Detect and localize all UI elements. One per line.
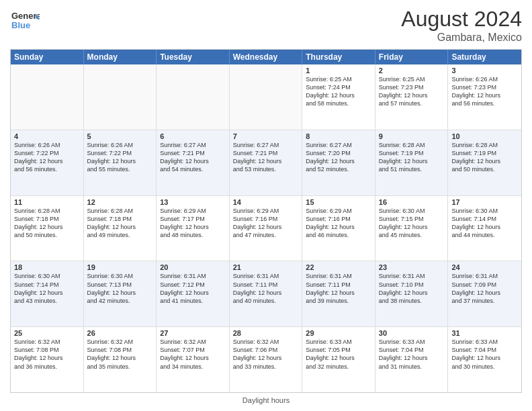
cell-text: Sunrise: 6:26 AM Sunset: 7:22 PM Dayligh… bbox=[14, 141, 80, 174]
cell-text: Sunrise: 6:33 AM Sunset: 7:05 PM Dayligh… bbox=[306, 338, 371, 371]
cell-text: Sunrise: 6:30 AM Sunset: 7:13 PM Dayligh… bbox=[87, 272, 153, 305]
day-number: 9 bbox=[379, 132, 445, 140]
cal-cell: 4Sunrise: 6:26 AM Sunset: 7:22 PM Daylig… bbox=[11, 130, 84, 195]
cell-text: Sunrise: 6:30 AM Sunset: 7:14 PM Dayligh… bbox=[451, 207, 518, 240]
day-number: 11 bbox=[14, 198, 80, 206]
day-number: 30 bbox=[379, 329, 445, 337]
calendar-row-3: 11Sunrise: 6:28 AM Sunset: 7:18 PM Dayli… bbox=[11, 196, 521, 262]
cell-text: Sunrise: 6:30 AM Sunset: 7:15 PM Dayligh… bbox=[379, 207, 445, 240]
svg-text:General: General bbox=[11, 11, 40, 21]
cal-cell bbox=[157, 64, 230, 130]
cell-text: Sunrise: 6:32 AM Sunset: 7:07 PM Dayligh… bbox=[160, 338, 226, 371]
logo-svg: General Blue bbox=[10, 7, 40, 36]
cal-cell: 27Sunrise: 6:32 AM Sunset: 7:07 PM Dayli… bbox=[157, 327, 230, 392]
cell-text: Sunrise: 6:28 AM Sunset: 7:19 PM Dayligh… bbox=[451, 141, 518, 174]
day-number: 14 bbox=[233, 198, 299, 206]
cell-text: Sunrise: 6:31 AM Sunset: 7:10 PM Dayligh… bbox=[379, 272, 445, 305]
calendar-row-5: 25Sunrise: 6:32 AM Sunset: 7:08 PM Dayli… bbox=[11, 327, 521, 392]
day-number: 28 bbox=[233, 329, 299, 337]
calendar-header: SundayMondayTuesdayWednesdayThursdayFrid… bbox=[11, 50, 521, 64]
cal-cell: 6Sunrise: 6:27 AM Sunset: 7:21 PM Daylig… bbox=[157, 130, 230, 195]
cell-text: Sunrise: 6:31 AM Sunset: 7:12 PM Dayligh… bbox=[160, 272, 226, 305]
day-number: 26 bbox=[87, 329, 153, 337]
cell-text: Sunrise: 6:32 AM Sunset: 7:08 PM Dayligh… bbox=[14, 338, 80, 371]
cell-text: Sunrise: 6:33 AM Sunset: 7:04 PM Dayligh… bbox=[379, 338, 445, 371]
cal-cell: 2Sunrise: 6:25 AM Sunset: 7:23 PM Daylig… bbox=[375, 64, 449, 130]
day-number: 31 bbox=[451, 329, 518, 337]
calendar-row-1: 1Sunrise: 6:25 AM Sunset: 7:24 PM Daylig… bbox=[11, 64, 521, 130]
cell-text: Sunrise: 6:32 AM Sunset: 7:08 PM Dayligh… bbox=[87, 338, 153, 371]
calendar-body: 1Sunrise: 6:25 AM Sunset: 7:24 PM Daylig… bbox=[11, 64, 521, 392]
day-number: 27 bbox=[160, 329, 226, 337]
cal-cell: 5Sunrise: 6:26 AM Sunset: 7:22 PM Daylig… bbox=[84, 130, 157, 195]
cell-text: Sunrise: 6:28 AM Sunset: 7:18 PM Dayligh… bbox=[14, 207, 80, 240]
day-number: 4 bbox=[14, 132, 80, 140]
cal-cell: 31Sunrise: 6:33 AM Sunset: 7:04 PM Dayli… bbox=[448, 327, 521, 392]
cal-cell: 18Sunrise: 6:30 AM Sunset: 7:14 PM Dayli… bbox=[11, 261, 84, 326]
day-number: 23 bbox=[379, 263, 445, 271]
cal-cell: 25Sunrise: 6:32 AM Sunset: 7:08 PM Dayli… bbox=[11, 327, 84, 392]
cal-cell: 8Sunrise: 6:27 AM Sunset: 7:20 PM Daylig… bbox=[302, 130, 375, 195]
day-number: 13 bbox=[160, 198, 226, 206]
cell-text: Sunrise: 6:27 AM Sunset: 7:21 PM Dayligh… bbox=[233, 141, 299, 174]
cal-cell: 22Sunrise: 6:31 AM Sunset: 7:11 PM Dayli… bbox=[302, 261, 375, 326]
cell-text: Sunrise: 6:26 AM Sunset: 7:22 PM Dayligh… bbox=[87, 141, 153, 174]
cell-text: Sunrise: 6:25 AM Sunset: 7:24 PM Dayligh… bbox=[306, 75, 371, 108]
day-number: 2 bbox=[379, 66, 445, 75]
day-number: 1 bbox=[306, 66, 371, 75]
cell-text: Sunrise: 6:29 AM Sunset: 7:16 PM Dayligh… bbox=[306, 207, 371, 240]
header-day-tuesday: Tuesday bbox=[157, 50, 230, 64]
cal-cell: 28Sunrise: 6:32 AM Sunset: 7:06 PM Dayli… bbox=[230, 327, 303, 392]
header-day-thursday: Thursday bbox=[302, 50, 375, 64]
day-number: 19 bbox=[87, 263, 153, 271]
day-number: 10 bbox=[451, 132, 518, 140]
title-block: August 2024 Gambara, Mexico bbox=[401, 7, 522, 44]
cal-cell: 3Sunrise: 6:26 AM Sunset: 7:23 PM Daylig… bbox=[448, 64, 521, 130]
day-number: 29 bbox=[306, 329, 371, 337]
day-number: 15 bbox=[306, 198, 371, 206]
header-day-monday: Monday bbox=[84, 50, 157, 64]
main-title: August 2024 bbox=[401, 7, 522, 32]
day-number: 21 bbox=[233, 263, 299, 271]
cal-cell: 11Sunrise: 6:28 AM Sunset: 7:18 PM Dayli… bbox=[11, 196, 84, 261]
cal-cell: 21Sunrise: 6:31 AM Sunset: 7:11 PM Dayli… bbox=[230, 261, 303, 326]
cal-cell: 7Sunrise: 6:27 AM Sunset: 7:21 PM Daylig… bbox=[230, 130, 303, 195]
cell-text: Sunrise: 6:26 AM Sunset: 7:23 PM Dayligh… bbox=[451, 75, 518, 108]
header-day-saturday: Saturday bbox=[448, 50, 521, 64]
calendar: SundayMondayTuesdayWednesdayThursdayFrid… bbox=[10, 49, 522, 393]
page: General Blue August 2024 Gambara, Mexico… bbox=[0, 0, 532, 411]
cell-text: Sunrise: 6:29 AM Sunset: 7:16 PM Dayligh… bbox=[233, 207, 299, 240]
day-number: 17 bbox=[451, 198, 518, 206]
cell-text: Sunrise: 6:27 AM Sunset: 7:20 PM Dayligh… bbox=[306, 141, 371, 174]
cal-cell: 12Sunrise: 6:28 AM Sunset: 7:18 PM Dayli… bbox=[84, 196, 157, 261]
cal-cell: 20Sunrise: 6:31 AM Sunset: 7:12 PM Dayli… bbox=[157, 261, 230, 326]
cell-text: Sunrise: 6:28 AM Sunset: 7:19 PM Dayligh… bbox=[379, 141, 445, 174]
calendar-row-2: 4Sunrise: 6:26 AM Sunset: 7:22 PM Daylig… bbox=[11, 130, 521, 196]
cell-text: Sunrise: 6:30 AM Sunset: 7:14 PM Dayligh… bbox=[14, 272, 80, 305]
day-number: 25 bbox=[14, 329, 80, 337]
cell-text: Sunrise: 6:33 AM Sunset: 7:04 PM Dayligh… bbox=[451, 338, 518, 371]
day-number: 8 bbox=[306, 132, 371, 140]
day-number: 12 bbox=[87, 198, 153, 206]
header-day-sunday: Sunday bbox=[11, 50, 84, 64]
cal-cell: 23Sunrise: 6:31 AM Sunset: 7:10 PM Dayli… bbox=[375, 261, 449, 326]
header-day-wednesday: Wednesday bbox=[230, 50, 303, 64]
day-number: 18 bbox=[14, 263, 80, 271]
cal-cell: 19Sunrise: 6:30 AM Sunset: 7:13 PM Dayli… bbox=[84, 261, 157, 326]
day-number: 22 bbox=[306, 263, 371, 271]
cal-cell: 24Sunrise: 6:31 AM Sunset: 7:09 PM Dayli… bbox=[448, 261, 521, 326]
day-number: 6 bbox=[160, 132, 226, 140]
cal-cell: 30Sunrise: 6:33 AM Sunset: 7:04 PM Dayli… bbox=[375, 327, 449, 392]
day-number: 3 bbox=[451, 66, 518, 75]
cell-text: Sunrise: 6:31 AM Sunset: 7:11 PM Dayligh… bbox=[233, 272, 299, 305]
header: General Blue August 2024 Gambara, Mexico bbox=[10, 7, 522, 44]
subtitle: Gambara, Mexico bbox=[401, 32, 522, 44]
header-day-friday: Friday bbox=[375, 50, 449, 64]
cal-cell: 13Sunrise: 6:29 AM Sunset: 7:17 PM Dayli… bbox=[157, 196, 230, 261]
cal-cell bbox=[11, 64, 84, 130]
cell-text: Sunrise: 6:32 AM Sunset: 7:06 PM Dayligh… bbox=[233, 338, 299, 371]
cell-text: Sunrise: 6:31 AM Sunset: 7:11 PM Dayligh… bbox=[306, 272, 371, 305]
cell-text: Sunrise: 6:28 AM Sunset: 7:18 PM Dayligh… bbox=[87, 207, 153, 240]
cal-cell: 10Sunrise: 6:28 AM Sunset: 7:19 PM Dayli… bbox=[448, 130, 521, 195]
calendar-row-4: 18Sunrise: 6:30 AM Sunset: 7:14 PM Dayli… bbox=[11, 261, 521, 327]
